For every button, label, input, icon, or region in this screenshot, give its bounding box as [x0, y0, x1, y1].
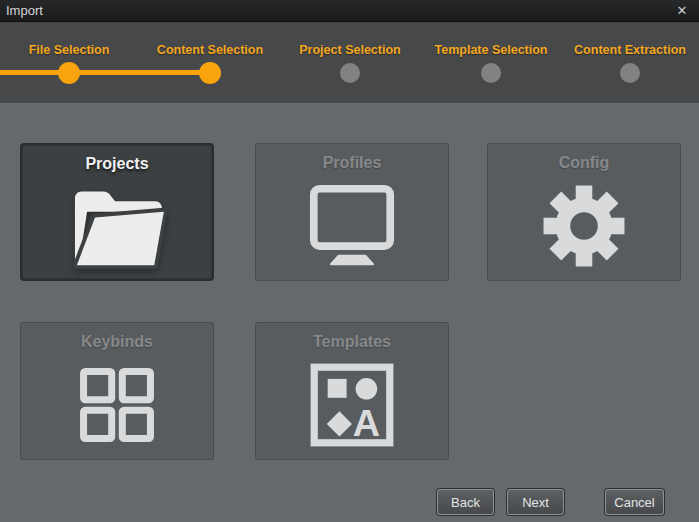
- step-label: Project Selection: [275, 43, 425, 57]
- next-button[interactable]: Next: [507, 489, 564, 515]
- tile-label: Projects: [85, 155, 148, 173]
- step-label: Content Selection: [135, 43, 285, 57]
- step-content-selection: Content Selection: [135, 22, 285, 103]
- content-area: Projects Profiles Config: [0, 103, 699, 522]
- step-label: Content Extraction: [555, 43, 699, 57]
- step-dot-pending: [481, 63, 501, 83]
- tile-label: Templates: [313, 333, 391, 351]
- monitor-icon: [298, 172, 406, 280]
- close-icon[interactable]: ✕: [673, 0, 691, 22]
- step-label: File Selection: [0, 43, 144, 57]
- templates-shapes-icon: A: [307, 351, 397, 459]
- wizard-stepper: File Selection Content Selection Project…: [0, 22, 699, 103]
- keybinds-grid-icon: [73, 351, 161, 459]
- tile-label: Profiles: [323, 154, 382, 172]
- progress-line: [0, 70, 211, 75]
- step-project-selection: Project Selection: [275, 22, 425, 103]
- step-template-selection: Template Selection: [416, 22, 566, 103]
- step-dot-pending: [620, 63, 640, 83]
- titlebar: Import ✕: [0, 0, 699, 22]
- tile-config[interactable]: Config: [487, 143, 681, 281]
- back-button[interactable]: Back: [437, 489, 494, 515]
- tile-projects[interactable]: Projects: [20, 143, 214, 281]
- step-dot-pending: [340, 63, 360, 83]
- folder-open-icon: [63, 173, 171, 279]
- tile-profiles[interactable]: Profiles: [255, 143, 449, 281]
- step-file-selection: File Selection: [0, 22, 144, 103]
- step-dot-complete: [58, 62, 80, 84]
- window-title: Import: [6, 0, 43, 22]
- tile-label: Config: [559, 154, 610, 172]
- cancel-button[interactable]: Cancel: [605, 489, 664, 515]
- step-label: Template Selection: [416, 43, 566, 57]
- svg-text:A: A: [353, 402, 380, 444]
- step-dot-complete: [199, 62, 221, 84]
- gear-icon: [538, 172, 630, 280]
- step-content-extraction: Content Extraction: [555, 22, 699, 103]
- tile-templates[interactable]: Templates A: [255, 322, 449, 460]
- tile-keybinds[interactable]: Keybinds: [20, 322, 214, 460]
- import-dialog: Import ✕ File Selection Content Selectio…: [0, 0, 699, 522]
- tile-label: Keybinds: [81, 333, 153, 351]
